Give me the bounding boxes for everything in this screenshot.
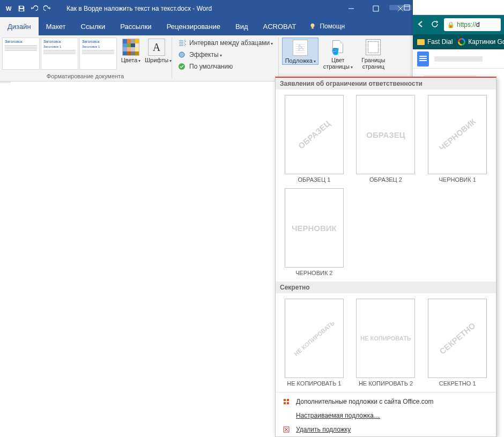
tab-mailings[interactable]: Рассылки bbox=[113, 17, 159, 35]
svg-rect-3 bbox=[20, 9, 24, 11]
page-color-icon: 🪣 bbox=[330, 39, 345, 55]
tab-design[interactable]: Дизайн bbox=[0, 17, 39, 35]
svg-point-9 bbox=[179, 52, 184, 57]
titlebar: W Как в Ворде наложить текст на текст.do… bbox=[0, 0, 413, 17]
gallery-section-2: НЕ КОПИРОВАТЬ НЕ КОПИРОВАТЬ 1 НЕ КОПИРОВ… bbox=[276, 293, 496, 392]
watermark-gallery-panel: Заявления об ограничении ответственности… bbox=[275, 77, 496, 437]
google-docs-icon[interactable] bbox=[417, 51, 429, 66]
group-page-background: A Подложка 🪣 Цвет страницы Границы стран… bbox=[280, 35, 391, 81]
watermark-option-draft2[interactable]: ЧЕРНОВИК ЧЕРНОВИК 2 bbox=[281, 188, 347, 276]
themes-gallery[interactable]: Заголовок Заголовок Заголовок 1 Заголово… bbox=[2, 38, 117, 70]
google-docs-header bbox=[413, 49, 504, 69]
theme-thumb[interactable]: Заголовок bbox=[2, 38, 40, 70]
blank-icon bbox=[282, 411, 291, 420]
gallery-section-1: ОБРАЗЕЦ ОБРАЗЕЦ 1 ОБРАЗЕЦ ОБРАЗЕЦ 2 ЧЕРН… bbox=[276, 90, 496, 282]
delete-icon bbox=[282, 425, 291, 434]
fonts-icon: A bbox=[148, 39, 165, 56]
watermark-button[interactable]: A Подложка bbox=[282, 38, 318, 65]
maximize-button[interactable] bbox=[364, 0, 388, 17]
minimize-button[interactable] bbox=[339, 0, 364, 17]
remove-watermark[interactable]: Удалить подложку bbox=[276, 423, 496, 436]
word-app-icon[interactable]: W bbox=[3, 4, 14, 13]
quick-access-toolbar: W bbox=[0, 4, 56, 13]
gallery-section-title: Секретно bbox=[276, 282, 496, 293]
close-button[interactable] bbox=[388, 0, 413, 17]
watermark-option-donotcopy1[interactable]: НЕ КОПИРОВАТЬ НЕ КОПИРОВАТЬ 1 bbox=[281, 299, 347, 387]
gallery-section-title: Заявления об ограничении ответственности bbox=[276, 78, 496, 90]
svg-rect-8 bbox=[312, 27, 314, 29]
back-icon[interactable] bbox=[416, 20, 426, 29]
ribbon: Заголовок Заголовок Заголовок 1 Заголово… bbox=[0, 35, 413, 82]
page-color-button[interactable]: 🪣 Цвет страницы bbox=[321, 38, 355, 70]
custom-watermark[interactable]: Настраиваемая подложка… bbox=[276, 409, 496, 423]
svg-point-7 bbox=[311, 24, 315, 27]
svg-rect-6 bbox=[373, 6, 379, 11]
google-icon bbox=[458, 38, 465, 46]
page-borders-button[interactable]: Границы страниц bbox=[357, 38, 389, 70]
watermark-option-donotcopy2[interactable]: НЕ КОПИРОВАТЬ НЕ КОПИРОВАТЬ 2 bbox=[353, 299, 419, 387]
browser-titlebar[interactable] bbox=[413, 0, 504, 15]
lightbulb-icon bbox=[309, 23, 316, 30]
google-docs-title-placeholder[interactable] bbox=[434, 56, 483, 62]
window-controls bbox=[339, 0, 413, 17]
redo-icon[interactable] bbox=[42, 5, 53, 12]
svg-rect-2 bbox=[20, 6, 23, 9]
set-default-button[interactable]: По умолчанию bbox=[175, 61, 235, 72]
document-title: Как в Ворде наложить текст на текст.docx… bbox=[56, 5, 212, 12]
watermark-option-secret1[interactable]: СЕКРЕТНО СЕКРЕТНО 1 bbox=[424, 299, 491, 387]
watermark-menu: Дополнительные подложки с сайта Office.c… bbox=[276, 392, 496, 437]
watermark-option-sample1[interactable]: ОБРАЗЕЦ ОБРАЗЕЦ 1 bbox=[281, 95, 347, 183]
tab-layout[interactable]: Макет bbox=[39, 17, 73, 35]
tell-me[interactable]: Помощн bbox=[303, 17, 350, 35]
tab-references[interactable]: Ссылки bbox=[73, 17, 113, 35]
theme-thumb[interactable]: Заголовок Заголовок 1 bbox=[79, 38, 117, 70]
colors-icon bbox=[122, 39, 139, 56]
browser-toolbar: 🔒 https://d bbox=[413, 15, 504, 34]
effects-icon bbox=[177, 50, 186, 59]
more-watermarks-office[interactable]: Дополнительные подложки с сайта Office.c… bbox=[276, 395, 496, 409]
tab-review[interactable]: Рецензирование bbox=[159, 17, 228, 35]
undo-icon[interactable] bbox=[29, 5, 40, 12]
reload-icon[interactable] bbox=[430, 20, 440, 29]
watermark-option-sample2[interactable]: ОБРАЗЕЦ ОБРАЗЕЦ 2 bbox=[353, 95, 419, 183]
paragraph-spacing-button[interactable]: Интервал между абзацами bbox=[175, 38, 275, 48]
effects-button[interactable]: Эффекты bbox=[175, 49, 224, 60]
checkmark-icon bbox=[177, 62, 186, 71]
svg-text:W: W bbox=[6, 5, 12, 12]
tab-acrobat[interactable]: ACROBAT bbox=[256, 17, 304, 35]
paragraph-spacing-icon bbox=[177, 39, 186, 47]
fonts-button[interactable]: A Шрифты bbox=[145, 38, 168, 64]
theme-thumb[interactable]: Заголовок Заголовок 1 bbox=[41, 38, 78, 70]
lock-icon: 🔒 bbox=[447, 21, 455, 28]
bookmark-google-images[interactable]: Картинки Goo bbox=[458, 38, 504, 46]
folder-icon bbox=[417, 39, 425, 45]
group-paragraph-settings: Интервал между абзацами Эффекты По умолч… bbox=[173, 35, 277, 81]
group-document-formatting: Заголовок Заголовок Заголовок 1 Заголово… bbox=[0, 35, 171, 81]
office-icon bbox=[282, 397, 291, 406]
url-bar[interactable]: 🔒 https://d bbox=[444, 18, 501, 31]
bookmarks-bar: Fast Dial Картинки Goo bbox=[413, 34, 504, 49]
colors-button[interactable]: Цвета bbox=[119, 38, 143, 64]
tab-view[interactable]: Вид bbox=[228, 17, 256, 35]
watermark-option-draft1[interactable]: ЧЕРНОВИК ЧЕРНОВИК 1 bbox=[424, 95, 491, 183]
ribbon-tabs: Дизайн Макет Ссылки Рассылки Рецензирова… bbox=[0, 17, 413, 35]
save-icon[interactable] bbox=[16, 5, 27, 12]
watermark-icon: A bbox=[293, 40, 308, 56]
page-borders-icon bbox=[366, 39, 381, 55]
bookmark-fast-dial[interactable]: Fast Dial bbox=[417, 38, 453, 46]
